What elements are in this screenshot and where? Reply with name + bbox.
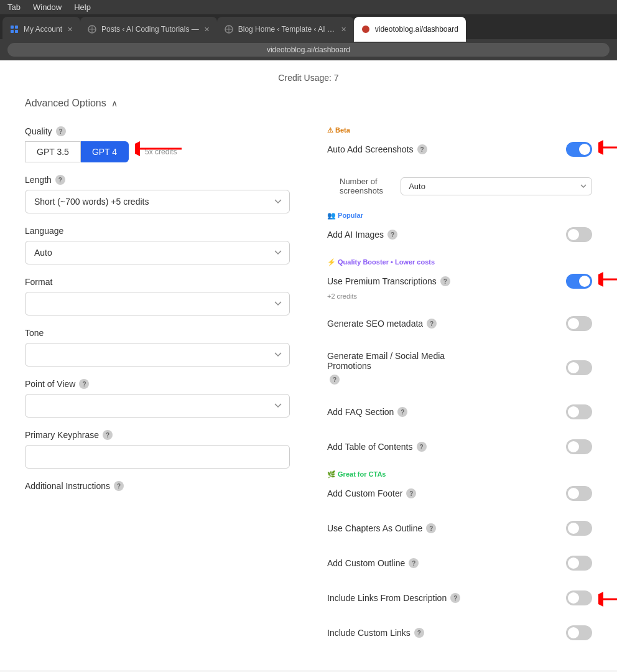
tab-close-3[interactable]: ✕ bbox=[341, 26, 346, 34]
tab-close-1[interactable]: ✕ bbox=[67, 26, 73, 34]
tab-label-3: Blog Home ‹ Template ‹ AI Co... bbox=[238, 25, 336, 34]
length-label: Length ? bbox=[25, 175, 290, 185]
custom-outline-help-icon[interactable]: ? bbox=[409, 558, 419, 568]
menu-tab[interactable]: Tab bbox=[7, 2, 21, 12]
arrow-premium-trans bbox=[598, 270, 617, 289]
include-links-help-icon[interactable]: ? bbox=[450, 593, 460, 603]
email-social-label: Generate Email / Social Media Promotions… bbox=[327, 351, 464, 385]
menu-window[interactable]: Window bbox=[33, 2, 62, 12]
email-social-toggle[interactable] bbox=[566, 360, 592, 375]
menu-help[interactable]: Help bbox=[74, 2, 91, 12]
svg-point-6 bbox=[362, 26, 369, 33]
language-select-wrapper: Auto English Spanish bbox=[25, 241, 290, 264]
language-field: Language Auto English Spanish bbox=[25, 226, 290, 264]
pov-help-icon[interactable]: ? bbox=[79, 379, 89, 389]
language-select[interactable]: Auto English Spanish bbox=[25, 241, 290, 264]
language-label: Language bbox=[25, 226, 290, 236]
custom-footer-row: Add Custom Footer ? bbox=[327, 482, 592, 505]
title-bar: My Account ✕ Posts ‹ AI Coding Tutorials… bbox=[0, 14, 617, 39]
address-bar[interactable]: videotoblog.ai/dashboard bbox=[7, 43, 610, 57]
cta-badge: 🌿 Great for CTAs bbox=[327, 470, 592, 478]
faq-section-toggle[interactable] bbox=[566, 404, 592, 419]
options-grid: Quality ? GPT 3.5 bbox=[25, 126, 592, 644]
auto-screenshots-row: Auto Add Screenshots ? bbox=[327, 138, 592, 161]
num-screenshots-label: Number of screenshots bbox=[340, 177, 401, 195]
custom-outline-toggle[interactable] bbox=[566, 556, 592, 571]
pov-label: Point of View ? bbox=[25, 379, 290, 389]
custom-links-row: Include Custom Links ? bbox=[327, 622, 592, 644]
premium-transcriptions-label: Use Premium Transcriptions ? bbox=[327, 276, 566, 286]
length-field: Length ? Short (~700 words) +5 credits M… bbox=[25, 175, 290, 213]
custom-footer-toggle[interactable] bbox=[566, 486, 592, 501]
additional-instructions-help-icon[interactable]: ? bbox=[114, 481, 124, 491]
tab-favicon-3 bbox=[225, 25, 233, 34]
quality-buttons: GPT 3.5 GPT 4 bbox=[25, 141, 129, 162]
custom-footer-help-icon[interactable]: ? bbox=[406, 488, 416, 498]
num-screenshots-select[interactable]: Auto 1 2 3 bbox=[401, 177, 592, 195]
table-of-contents-row: Add Table of Contents ? bbox=[327, 436, 592, 458]
tone-field: Tone bbox=[25, 328, 290, 366]
email-social-row: Generate Email / Social Media Promotions… bbox=[327, 347, 592, 388]
browser-menu-bar: Tab Window Help bbox=[0, 0, 617, 14]
add-ai-images-toggle[interactable] bbox=[566, 227, 592, 242]
seo-metadata-row: Generate SEO metadata ? bbox=[327, 312, 592, 335]
seo-metadata-help-icon[interactable]: ? bbox=[427, 319, 437, 329]
premium-transcriptions-sub: +2 credits bbox=[327, 292, 592, 300]
premium-transcriptions-row: Use Premium Transcriptions ? bbox=[327, 270, 592, 292]
svg-rect-3 bbox=[15, 30, 18, 33]
pov-select[interactable] bbox=[25, 394, 290, 418]
tone-select-wrapper bbox=[25, 343, 290, 366]
format-field: Format bbox=[25, 277, 290, 315]
keyphrase-help-icon[interactable]: ? bbox=[103, 430, 113, 440]
additional-instructions-label: Additional Instructions ? bbox=[25, 481, 290, 491]
premium-transcriptions-toggle[interactable] bbox=[566, 274, 592, 289]
format-select[interactable] bbox=[25, 292, 290, 315]
add-ai-images-row: Add AI Images ? bbox=[327, 223, 592, 246]
length-select-wrapper: Short (~700 words) +5 credits Medium (~1… bbox=[25, 190, 290, 213]
table-of-contents-help-icon[interactable]: ? bbox=[417, 442, 427, 452]
beta-badge: ⚠ bbox=[327, 126, 333, 134]
length-select[interactable]: Short (~700 words) +5 credits Medium (~1… bbox=[25, 190, 290, 213]
gpt35-button[interactable]: GPT 3.5 bbox=[25, 141, 81, 162]
quality-help-icon[interactable]: ? bbox=[56, 126, 66, 136]
tab-favicon-4 bbox=[361, 25, 370, 34]
chapters-outline-label: Use Chapters As Outline ? bbox=[327, 523, 566, 533]
faq-section-help-icon[interactable]: ? bbox=[397, 407, 407, 417]
tab-favicon-1 bbox=[10, 25, 19, 34]
seo-metadata-toggle[interactable] bbox=[566, 316, 592, 331]
custom-outline-row: Add Custom Outline ? bbox=[327, 552, 592, 574]
tone-select[interactable] bbox=[25, 343, 290, 366]
add-ai-images-label: Add AI Images ? bbox=[327, 230, 566, 240]
gpt4-button[interactable]: GPT 4 bbox=[81, 141, 129, 162]
chapters-outline-toggle[interactable] bbox=[566, 521, 592, 536]
chapters-outline-row: Use Chapters As Outline ? bbox=[327, 517, 592, 539]
length-help-icon[interactable]: ? bbox=[55, 175, 65, 185]
advanced-options-label: Advanced Options bbox=[25, 98, 106, 109]
tab-dashboard[interactable]: videotoblog.ai/dashboard bbox=[354, 17, 466, 42]
tab-close-2[interactable]: ✕ bbox=[204, 26, 210, 34]
tab-label-2: Posts ‹ AI Coding Tutorials — bbox=[101, 25, 199, 34]
seo-metadata-label: Generate SEO metadata ? bbox=[327, 319, 566, 329]
chevron-up-icon: ∧ bbox=[111, 98, 118, 108]
chapters-outline-help-icon[interactable]: ? bbox=[426, 523, 436, 533]
keyphrase-input[interactable] bbox=[25, 445, 290, 469]
credit-usage: Credit Usage: 7 bbox=[25, 73, 592, 83]
add-ai-images-help-icon[interactable]: ? bbox=[387, 230, 397, 240]
tab-posts[interactable]: Posts ‹ AI Coding Tutorials — ✕ bbox=[80, 17, 217, 42]
custom-links-help-icon[interactable]: ? bbox=[414, 628, 424, 638]
premium-transcriptions-help-icon[interactable]: ? bbox=[440, 276, 450, 286]
auto-screenshots-help-icon[interactable]: ? bbox=[417, 144, 427, 154]
tab-blog-home[interactable]: Blog Home ‹ Template ‹ AI Co... ✕ bbox=[217, 17, 354, 42]
num-screenshots-row: Number of screenshots Auto 1 2 3 bbox=[327, 173, 592, 199]
beta-label: Beta bbox=[335, 126, 350, 134]
include-links-toggle[interactable] bbox=[566, 590, 592, 605]
custom-footer-item: 🌿 Great for CTAs Add Custom Footer ? bbox=[327, 470, 592, 505]
advanced-options-header[interactable]: Advanced Options ∧ bbox=[25, 98, 592, 109]
table-of-contents-toggle[interactable] bbox=[566, 439, 592, 454]
email-social-help-icon[interactable]: ? bbox=[330, 375, 340, 385]
quality-label: Quality ? bbox=[25, 126, 290, 136]
auto-screenshots-toggle[interactable] bbox=[566, 142, 592, 157]
custom-links-toggle[interactable] bbox=[566, 625, 592, 640]
tab-my-account[interactable]: My Account ✕ bbox=[2, 17, 80, 42]
svg-rect-0 bbox=[11, 26, 14, 29]
